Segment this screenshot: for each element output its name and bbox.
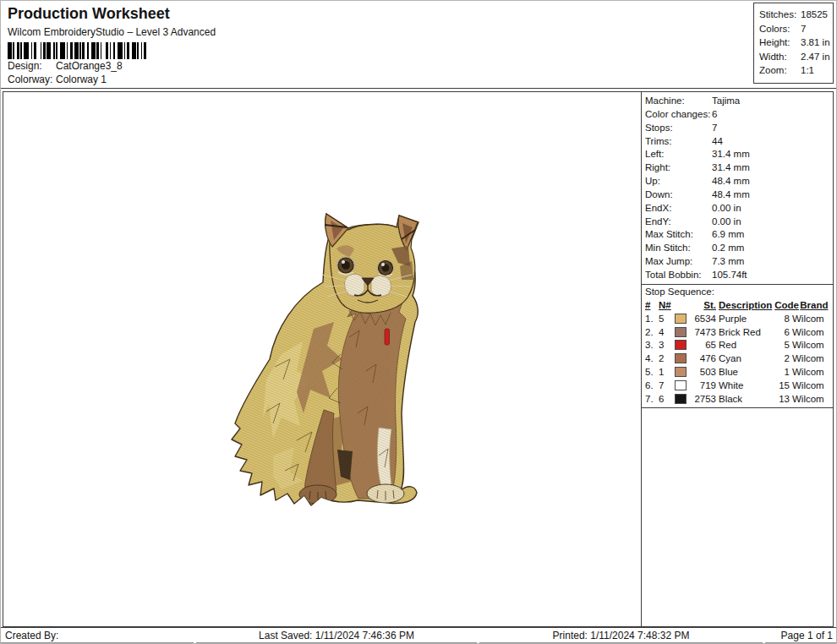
stop-stitches: 476 bbox=[690, 353, 716, 363]
summary-row-label: Zoom: bbox=[759, 63, 801, 78]
summary-row-label: Colors: bbox=[759, 22, 801, 36]
barcode-bar bbox=[144, 42, 146, 59]
summary-row-label: Height: bbox=[759, 35, 801, 50]
machine-info-row: Max Jump:7.3 mm bbox=[645, 255, 831, 269]
machine-info-row: Trims:44 bbox=[645, 135, 831, 149]
stop-stitches: 6534 bbox=[690, 314, 716, 324]
stop-brand: Wilcom bbox=[792, 394, 831, 404]
worksheet-body: Machine:TajimaColor changes:6Stops:7Trim… bbox=[3, 91, 834, 627]
stop-n: 1 bbox=[659, 367, 672, 377]
header-info: Production Worksheet Wilcom EmbroiderySt… bbox=[8, 5, 216, 86]
machine-info-row: Color changes:6 bbox=[645, 108, 831, 122]
machine-info-row-value: 0.2 mm bbox=[712, 243, 744, 253]
machine-info-row-label: Left: bbox=[645, 148, 712, 161]
production-worksheet-page: Production Worksheet Wilcom EmbroiderySt… bbox=[0, 0, 837, 644]
machine-info-row-value: 6 bbox=[712, 109, 717, 119]
summary-row: Width:2.47 in bbox=[759, 50, 833, 64]
machine-info-row-label: Trims: bbox=[645, 135, 712, 149]
stop-brand: Wilcom bbox=[792, 327, 831, 337]
summary-row: Zoom:1:1 bbox=[759, 63, 833, 78]
machine-info-row-value: 48.4 mm bbox=[712, 189, 750, 199]
machine-info-row: EndX:0.00 in bbox=[645, 202, 831, 216]
stop-stitches: 65 bbox=[690, 340, 716, 350]
stop-code: 1 bbox=[767, 367, 790, 377]
stop-description: Cyan bbox=[719, 353, 764, 363]
summary-row-label: Width: bbox=[759, 50, 801, 64]
stop-description: Black bbox=[719, 394, 764, 404]
machine-info-row-label: Right: bbox=[645, 161, 712, 175]
stop-code: 5 bbox=[767, 340, 790, 350]
machine-info-row: Machine:Tajima bbox=[645, 95, 831, 108]
stop-code: 2 bbox=[767, 353, 790, 363]
stop-description: Purple bbox=[719, 314, 764, 324]
stop-n: 2 bbox=[659, 353, 672, 363]
machine-info-row-value: Tajima bbox=[712, 96, 740, 106]
machine-info-row: Down:48.4 mm bbox=[645, 188, 831, 202]
summary-row-value: 1:1 bbox=[801, 65, 814, 75]
stop-code: 13 bbox=[767, 394, 790, 404]
machine-info-row-value: 44 bbox=[712, 136, 723, 146]
summary-row-value: 18525 bbox=[801, 9, 828, 19]
machine-info-row-value: 48.4 mm bbox=[712, 176, 750, 186]
page-number-cell: Page 1 of 1 bbox=[765, 628, 836, 643]
thread-color-swatch bbox=[675, 367, 687, 377]
summary-row: Stitches:18525 bbox=[759, 8, 833, 22]
stop-num: 2. bbox=[645, 327, 656, 337]
stop-num: 6. bbox=[645, 380, 656, 390]
machine-info-panel: Machine:TajimaColor changes:6Stops:7Trim… bbox=[641, 92, 833, 626]
machine-info-row-label: Down: bbox=[645, 188, 712, 202]
machine-info-row: Up:48.4 mm bbox=[645, 175, 831, 188]
thread-color-swatch bbox=[675, 380, 687, 390]
stop-brand: Wilcom bbox=[792, 353, 831, 363]
stop-brand: Wilcom bbox=[792, 367, 831, 377]
stop-stitches: 7473 bbox=[690, 327, 716, 337]
stop-col-header: # bbox=[645, 300, 656, 310]
stop-n: 6 bbox=[659, 394, 672, 404]
machine-info-row-label: Stops: bbox=[645, 122, 712, 135]
software-name: Wilcom EmbroideryStudio – Level 3 Advanc… bbox=[8, 26, 216, 38]
design-preview-area bbox=[3, 92, 641, 626]
cat-embroidery-svg bbox=[222, 202, 434, 519]
stop-description: White bbox=[719, 380, 764, 390]
stop-sequence-row: 2.47473Brick Red6Wilcom bbox=[642, 325, 831, 339]
summary-row-value: 2.47 in bbox=[801, 52, 830, 62]
summary-row-value: 7 bbox=[801, 24, 806, 34]
machine-info-row-label: Max Jump: bbox=[645, 255, 712, 269]
machine-info-row-label: Max Stitch: bbox=[645, 228, 712, 242]
thread-color-swatch bbox=[675, 340, 687, 350]
stop-sequence-row: 5.1503Blue1Wilcom bbox=[642, 365, 831, 379]
stop-n: 4 bbox=[659, 327, 672, 337]
machine-info-row-value: 105.74ft bbox=[712, 270, 747, 280]
stop-sequence-row: 1.56534Purple8Wilcom bbox=[642, 312, 831, 325]
machine-info-row-value: 7 bbox=[712, 123, 717, 133]
machine-info-row-label: Color changes: bbox=[645, 108, 712, 122]
stop-sequence-row: 7.62753Black13Wilcom bbox=[642, 392, 831, 406]
design-name-row: Design:CatOrange3_8 bbox=[8, 59, 216, 73]
stop-col-header: St. bbox=[690, 300, 716, 310]
machine-info-row-value: 0.00 in bbox=[712, 203, 741, 213]
machine-info-row-label: Machine: bbox=[645, 95, 712, 108]
stop-description: Blue bbox=[719, 367, 764, 377]
colorway-value: Colorway 1 bbox=[56, 74, 107, 85]
stop-brand: Wilcom bbox=[792, 314, 831, 324]
stop-col-header: Brand bbox=[800, 300, 837, 310]
stop-description: Red bbox=[719, 340, 764, 350]
stop-code: 8 bbox=[767, 314, 790, 324]
page-title: Production Worksheet bbox=[8, 5, 216, 23]
machine-info-row-label: EndX: bbox=[645, 202, 712, 216]
printed-cell: Printed: 1/11/2024 7:48:32 PM bbox=[479, 628, 763, 643]
panel-spacer bbox=[642, 407, 833, 626]
thread-color-swatch bbox=[675, 394, 687, 404]
last-saved-cell: Last Saved: 1/11/2024 7:46:36 PM bbox=[196, 628, 477, 643]
stop-num: 4. bbox=[645, 353, 656, 363]
stop-n: 5 bbox=[659, 314, 672, 324]
summary-row-value: 3.81 in bbox=[801, 37, 830, 47]
stop-col-header: N# bbox=[659, 300, 672, 310]
stop-num: 1. bbox=[645, 314, 656, 324]
stop-sequence-row: 4.2476Cyan2Wilcom bbox=[642, 352, 831, 365]
design-label: Design: bbox=[8, 59, 56, 73]
machine-info-row: Stops:7 bbox=[645, 122, 831, 135]
colorway-row: Colorway:Colorway 1 bbox=[8, 73, 216, 86]
summary-row: Colors:7 bbox=[759, 22, 833, 36]
machine-info-row: Min Stitch:0.2 mm bbox=[645, 242, 831, 255]
